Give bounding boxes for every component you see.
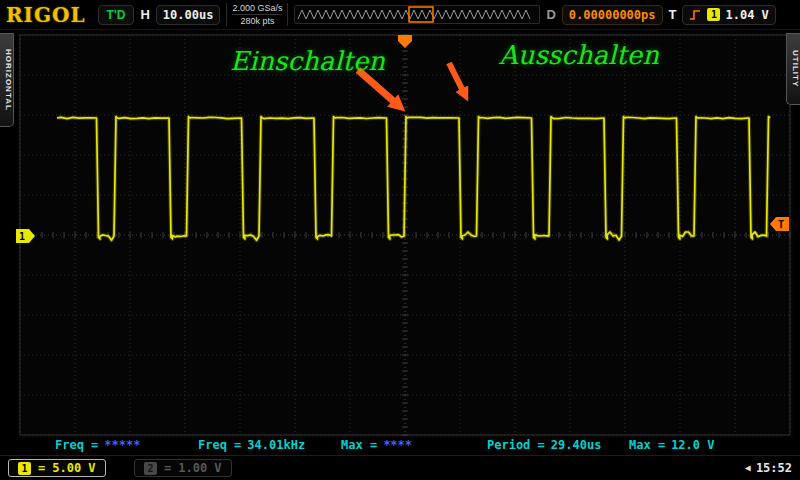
trigger-level-marker-label: T (778, 219, 784, 230)
memory-overview-bar[interactable] (294, 5, 540, 24)
trigger-level-value: 1.04 V (725, 8, 768, 22)
ch2-badge: 2 (144, 462, 157, 475)
memory-depth: 280k pts (232, 16, 282, 26)
clock-arrow-icon: ◀ (745, 463, 751, 473)
oscilloscope-screen: RIGOL T'D H 10.00us 2.000 GSa/s 280k pts… (0, 0, 800, 480)
ch1-status-box[interactable]: 1 = 5.00 V (8, 459, 106, 477)
delay-label: D (546, 7, 555, 22)
ch2-scale-value: 1.00 V (178, 461, 221, 475)
trigger-display[interactable]: 1 1.04 V (682, 5, 775, 25)
ch1-scale-value: 5.00 V (52, 461, 95, 475)
channel-status-bar: 1 = 5.00 V 2 = 1.00 V ◀ 15:52 (0, 455, 800, 480)
acquisition-info: 2.000 GSa/s 280k pts (226, 3, 288, 26)
measurement-freq-ch1: Freq =34.01kHz (198, 438, 305, 452)
annotation-ausschalten: Ausschalten (499, 40, 659, 70)
ch2-status-box[interactable]: 2 = 1.00 V (134, 459, 232, 477)
menu-tab-utility[interactable]: UTILITY (786, 33, 800, 105)
menu-tab-horizontal[interactable]: HORIZONTAL (0, 33, 14, 127)
measurement-max-ch2: Max =**** (341, 438, 412, 452)
clock: ◀ 15:52 (745, 461, 792, 475)
graticule-display: 1 T (0, 0, 800, 480)
sample-rate: 2.000 GSa/s (232, 3, 282, 15)
memory-overview-waveform (295, 6, 537, 23)
trigger-source-badge: 1 (707, 8, 720, 21)
horizontal-label: H (140, 7, 149, 22)
clock-time: 15:52 (756, 461, 792, 475)
measurement-bar: Freq =***** Freq =34.01kHz Max =**** Per… (0, 438, 800, 453)
rising-slope-icon (689, 8, 702, 22)
measurement-freq-ch2: Freq =***** (55, 438, 140, 452)
top-status-bar: RIGOL T'D H 10.00us 2.000 GSa/s 280k pts… (0, 0, 800, 30)
trigger-label: T (669, 7, 677, 22)
trigger-status-badge: T'D (98, 5, 135, 25)
measurement-period-ch1: Period =29.40us (487, 438, 601, 452)
delay-display[interactable]: 0.00000000ps (562, 5, 663, 25)
annotation-einschalten: Einschalten (230, 46, 385, 76)
timebase-display[interactable]: 10.00us (156, 5, 221, 25)
ch1-coupling-icon: = (38, 461, 45, 475)
ch1-ground-marker-label: 1 (19, 231, 25, 242)
ch1-badge: 1 (18, 462, 31, 475)
ch2-coupling-icon: = (164, 461, 171, 475)
measurement-max-ch1: Max =12.0 V (629, 438, 714, 452)
brand-logo: RIGOL (6, 3, 86, 27)
